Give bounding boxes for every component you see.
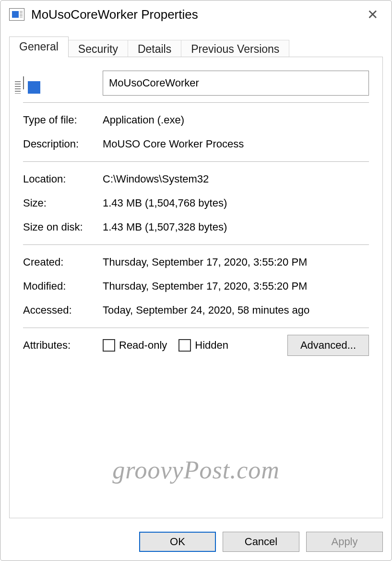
file-type-icon xyxy=(23,76,24,89)
accessed-label: Accessed: xyxy=(23,304,103,317)
readonly-checkbox[interactable]: Read-only xyxy=(103,339,167,352)
type-of-file-label: Type of file: xyxy=(23,114,103,126)
accessed-value: Today, September 24, 2020, 58 minutes ag… xyxy=(103,304,369,317)
description-label: Description: xyxy=(23,138,103,150)
dialog-body: General Security Details Previous Versio… xyxy=(0,28,392,523)
properties-dialog: MoUsoCoreWorker Properties ✕ General Sec… xyxy=(0,0,392,561)
tab-previous-versions[interactable]: Previous Versions xyxy=(181,40,289,59)
separator xyxy=(23,102,369,103)
app-icon xyxy=(9,8,24,21)
dialog-footer: OK Cancel Apply xyxy=(0,523,392,561)
hidden-checkbox[interactable]: Hidden xyxy=(178,339,228,352)
readonly-label: Read-only xyxy=(119,339,167,352)
general-panel: Type of file: Application (.exe) Descrip… xyxy=(9,57,383,518)
attributes-label: Attributes: xyxy=(23,339,103,352)
checkbox-icon xyxy=(103,339,115,352)
modified-label: Modified: xyxy=(23,280,103,293)
separator xyxy=(23,161,369,162)
cancel-button[interactable]: Cancel xyxy=(223,532,299,552)
title-bar: MoUsoCoreWorker Properties ✕ xyxy=(0,0,392,28)
ok-button[interactable]: OK xyxy=(139,532,216,552)
filename-input[interactable] xyxy=(103,71,369,96)
separator xyxy=(23,328,369,328)
advanced-button[interactable]: Advanced... xyxy=(287,335,369,356)
apply-button: Apply xyxy=(306,532,383,552)
tab-strip: General Security Details Previous Versio… xyxy=(9,36,383,57)
size-label: Size: xyxy=(23,197,103,209)
window-title: MoUsoCoreWorker Properties xyxy=(31,7,362,22)
hidden-label: Hidden xyxy=(195,339,228,352)
watermark-text: groovyPost.com xyxy=(10,456,382,484)
modified-value: Thursday, September 17, 2020, 3:55:20 PM xyxy=(103,280,369,293)
close-icon[interactable]: ✕ xyxy=(362,5,383,24)
tab-details[interactable]: Details xyxy=(128,40,181,59)
tab-security[interactable]: Security xyxy=(68,40,128,59)
type-of-file-value: Application (.exe) xyxy=(103,114,369,126)
description-value: MoUSO Core Worker Process xyxy=(103,138,369,150)
created-label: Created: xyxy=(23,256,103,268)
tab-general[interactable]: General xyxy=(9,37,69,57)
size-value: 1.43 MB (1,504,768 bytes) xyxy=(103,197,369,209)
size-on-disk-value: 1.43 MB (1,507,328 bytes) xyxy=(103,221,369,233)
location-label: Location: xyxy=(23,173,103,185)
location-value: C:\Windows\System32 xyxy=(103,173,369,185)
checkbox-icon xyxy=(178,339,191,352)
created-value: Thursday, September 17, 2020, 3:55:20 PM xyxy=(103,256,369,268)
separator xyxy=(23,244,369,245)
size-on-disk-label: Size on disk: xyxy=(23,221,103,233)
